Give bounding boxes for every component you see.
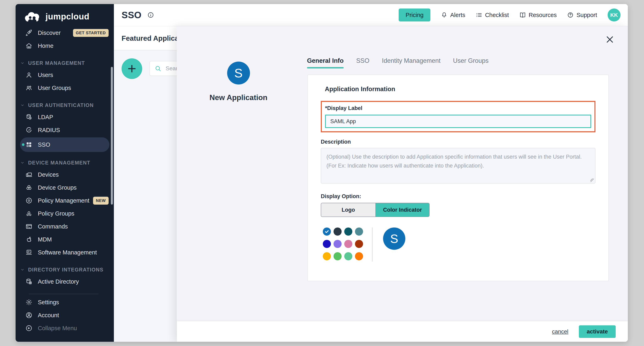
sidebar-item-user-groups[interactable]: User Groups [16,81,114,94]
new-badge: NEW [93,197,108,205]
sidebar-section-user-management: USER MANAGEMENT [16,58,114,68]
description-field-wrap [321,148,596,184]
plus-icon [126,63,137,74]
color-swatch[interactable] [334,228,342,236]
app-window: jumpcloud Discover GET STARTED Home USER… [16,4,628,342]
sidebar-item-collapse-menu[interactable]: Collapse Menu [16,322,114,335]
sidebar-item-label: User Groups [38,85,71,91]
bell-icon [441,12,448,18]
color-indicator-section: S [321,228,596,262]
description-textarea[interactable] [321,148,596,184]
policy-groups-icon [25,210,32,217]
color-swatch[interactable] [334,252,342,260]
color-swatch[interactable] [355,228,363,236]
sidebar-item-policy-management[interactable]: Policy Management NEW [16,194,114,207]
display-label-input[interactable] [325,115,591,128]
logo-option[interactable]: Logo [321,203,376,217]
sidebar-item-policy-groups[interactable]: Policy Groups [16,207,114,220]
sidebar-item-label: Software Management [38,249,97,256]
chevron-down-icon[interactable] [20,61,25,65]
mdm-apple-icon [25,236,32,243]
tab-user-groups[interactable]: User Groups [453,57,489,68]
search-icon [154,65,162,72]
page-title: SSO [122,10,142,21]
commands-icon [25,223,32,230]
user-icon [25,71,32,79]
activate-button[interactable]: activate [579,325,616,338]
jumpcloud-cloud-icon [24,11,42,22]
sidebar-item-devices[interactable]: Devices [16,168,114,181]
checklist-button[interactable]: Checklist [476,12,509,19]
color-swatch[interactable] [355,252,363,260]
sidebar-section-device-management: DEVICE MANAGEMENT [16,157,114,168]
header-actions: Pricing Alerts Checklist Resources Suppo… [399,9,620,22]
sidebar-item-device-groups[interactable]: Device Groups [16,181,114,194]
sidebar-item-active-directory[interactable]: Active Directory [16,275,114,288]
cancel-link[interactable]: cancel [552,328,568,335]
sidebar-item-discover[interactable]: Discover GET STARTED [16,26,114,39]
chevron-down-icon[interactable] [20,103,25,108]
color-swatch[interactable] [344,228,352,236]
app-initial-avatar: S [227,62,250,84]
sidebar: jumpcloud Discover GET STARTED Home USER… [16,4,114,342]
user-avatar[interactable]: KK [608,9,620,22]
color-swatch[interactable] [355,240,363,248]
modal-footer: cancel activate [177,321,628,342]
top-header: SSO Pricing Alerts Checklist Resources [114,4,628,26]
sidebar-item-home[interactable]: Home [16,39,114,52]
sidebar-item-settings[interactable]: Settings [16,296,114,309]
display-option-label: Display Option: [321,193,596,200]
color-swatch[interactable] [344,252,352,260]
color-swatch-grid [323,228,363,260]
tab-general-info[interactable]: General Info [307,57,344,68]
sidebar-scrollbar[interactable] [111,67,113,205]
jumpcloud-logo[interactable]: jumpcloud [16,4,114,26]
sidebar-item-users[interactable]: Users [16,68,114,81]
color-swatch[interactable] [323,240,331,248]
add-application-button[interactable] [122,58,142,79]
swatch-preview-divider [372,228,372,262]
user-groups-icon [25,84,32,92]
info-icon[interactable] [147,12,154,19]
tab-sso[interactable]: SSO [356,57,369,68]
sidebar-item-label: Collapse Menu [38,325,77,332]
close-icon[interactable] [605,35,615,45]
sidebar-item-commands[interactable]: Commands [16,220,114,233]
policy-management-icon [25,197,32,204]
color-swatch-selected[interactable] [323,228,331,236]
jumpcloud-logo-text: jumpcloud [46,12,90,22]
ldap-database-icon [25,113,32,121]
resize-handle[interactable] [590,179,594,182]
display-option-toggle: Logo Color Indicator [321,203,430,217]
color-preview-circle: S [383,228,405,250]
color-swatch[interactable] [323,252,331,260]
pricing-button[interactable]: Pricing [399,9,430,22]
sidebar-item-label: Policy Groups [38,210,74,217]
sidebar-item-radius[interactable]: RADIUS [16,124,114,136]
sidebar-item-label: Account [38,312,59,319]
alerts-button[interactable]: Alerts [441,12,465,19]
radius-icon [25,126,32,134]
support-button[interactable]: Support [567,12,597,19]
collapse-menu-icon [25,324,32,332]
color-swatch[interactable] [334,240,342,248]
color-indicator-option[interactable]: Color Indicator [376,203,429,217]
account-icon [25,311,32,319]
sidebar-item-software-management[interactable]: Software Management [16,246,114,259]
sidebar-item-ldap[interactable]: LDAP [16,111,114,124]
sidebar-item-label: MDM [38,236,52,243]
chevron-down-icon[interactable] [20,267,25,272]
sidebar-item-mdm[interactable]: MDM [16,233,114,246]
sidebar-item-sso[interactable]: SSO [20,137,110,152]
new-application-modal: S New Application General Info SSO Ident… [177,26,628,342]
sidebar-item-account[interactable]: Account [16,309,114,322]
get-started-badge: GET STARTED [73,29,108,37]
color-swatch[interactable] [344,240,352,248]
sidebar-item-label: Commands [38,223,68,230]
tab-identity-management[interactable]: Identity Management [382,57,440,68]
sidebar-divider [29,294,98,294]
resources-button[interactable]: Resources [520,12,557,19]
chevron-down-icon[interactable] [20,160,25,165]
description-label: Description [321,139,596,145]
sidebar-item-label: Policy Management [38,197,90,204]
